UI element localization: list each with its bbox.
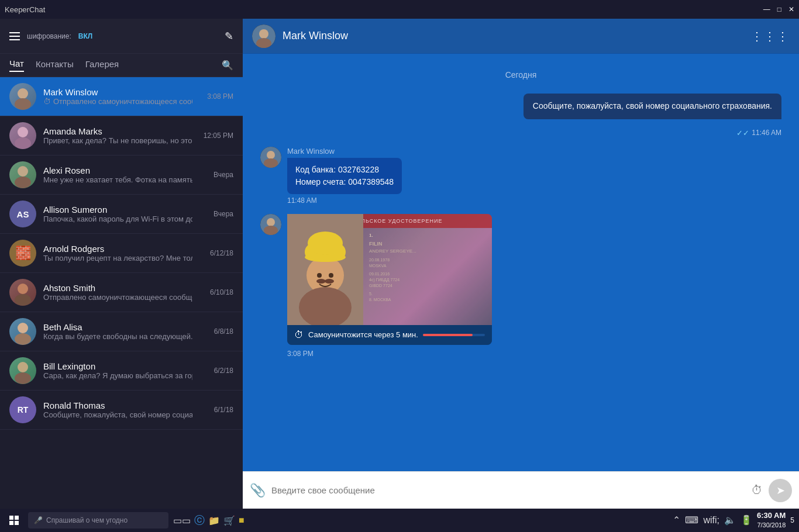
progress-bar-fill — [423, 334, 473, 336]
more-options-button[interactable]: ⋮⋮⋮ — [751, 29, 790, 43]
hamburger-menu[interactable] — [9, 32, 20, 40]
attach-button[interactable]: 📎 — [250, 483, 266, 498]
chat-preview: Когда вы будете свободны на следующей... — [43, 332, 192, 341]
avatar-ahston-smith — [9, 279, 36, 306]
svg-point-11 — [15, 372, 31, 384]
svg-point-4 — [18, 166, 28, 177]
message-time-2: 11:48 AM — [287, 196, 402, 205]
message-time-1: 11:46 AM — [752, 129, 781, 137]
search-icon[interactable]: 🔍 — [222, 60, 233, 71]
chat-item-beth-alisa[interactable]: Beth Alisa Когда вы будете свободны на с… — [0, 312, 243, 351]
chat-meta: 6/12/18 — [192, 249, 233, 257]
chat-item-amanda-marks[interactable]: Amanda Marks Привет, как дела? Ты не пов… — [0, 116, 243, 156]
self-destruct-icon: ⏱ — [43, 97, 51, 106]
keeperchat-taskbar-icon[interactable]: ■ — [239, 515, 244, 526]
chat-preview: ⏱ Отправлено самоуничтожающееся сообщени… — [43, 97, 192, 106]
sidebar: шифрование: ВКЛ ✎ Чат Контакты Галерея 🔍… — [0, 19, 243, 509]
svg-point-27 — [317, 273, 322, 278]
svg-point-7 — [15, 294, 31, 306]
date-divider: Сегодня — [260, 70, 781, 80]
chevron-up-icon[interactable]: ⌃ — [673, 514, 680, 526]
keyboard-icon[interactable]: ⌨ — [685, 514, 698, 526]
volume-icon[interactable]: 🔈 — [724, 514, 736, 526]
read-receipt-icon: ✓✓ — [736, 129, 749, 137]
message-input[interactable] — [271, 485, 745, 495]
chat-header-name: Mark Winslow — [283, 30, 751, 42]
chat-item-arnold-rodgers[interactable]: 🧱 Arnold Rodgers Ты получил рецепт на ле… — [0, 234, 243, 273]
svg-point-3 — [15, 137, 31, 149]
chat-header-avatar — [252, 25, 275, 48]
id-card-image: ВОДИТЕЛЬСКОЕ УДОСТОВЕРЕНИЕ — [287, 214, 492, 325]
id-card-text-area: 1. FILIN ANDREY SERGEYE... 20.08.1978 MO… — [363, 228, 492, 325]
message-line-2: Номер счета: 0047389548 — [295, 176, 394, 188]
tab-gallery[interactable]: Галерея — [85, 59, 119, 71]
message-bubble-2: Код банка: 032763228 Номер счета: 004738… — [287, 158, 402, 194]
chat-name: Allison Sumeron — [43, 205, 192, 215]
store-icon[interactable]: 🛒 — [223, 515, 235, 526]
send-button[interactable]: ➤ — [769, 479, 792, 502]
chat-item-ahston-smith[interactable]: Ahston Smith Отправлено самоуничтожающее… — [0, 273, 243, 312]
encryption-label: шифрование: — [27, 32, 71, 40]
svg-point-19 — [267, 218, 275, 226]
avatar-arnold-rodgers: 🧱 — [9, 240, 36, 267]
file-explorer-icon[interactable]: 📁 — [208, 515, 220, 526]
window-controls: — □ ✕ — [763, 5, 794, 13]
svg-point-5 — [15, 177, 31, 188]
chat-info-ronald-thomas: Ronald Thomas Сообщите, пожалуйста, свой… — [43, 400, 192, 419]
chat-preview: Сара, как дела? Я думаю выбраться за гор… — [43, 371, 192, 380]
input-area: 📎 ⏱ ➤ — [243, 471, 799, 509]
taskbar-left: 🎤 Спрашивай о чем угодно — [5, 511, 168, 530]
chat-time: 6/12/18 — [210, 249, 233, 257]
clock-date: 7/30/2018 — [757, 521, 786, 530]
chat-item-alexi-rosen[interactable]: Alexi Rosen Мне уже не хватает тебя. Фот… — [0, 156, 243, 195]
chat-meta: Вчера — [192, 210, 233, 218]
close-button[interactable]: ✕ — [788, 5, 794, 13]
chat-list: Mark Winslow ⏱ Отправлено самоуничтожающ… — [0, 77, 243, 509]
message-line-1: Код банка: 032763228 — [295, 164, 394, 176]
task-view-icon[interactable]: ▭▭ — [173, 515, 191, 526]
tab-chat[interactable]: Чат — [9, 58, 24, 72]
chat-name: Arnold Rodgers — [43, 244, 192, 254]
minimize-button[interactable]: — — [763, 5, 770, 13]
maximize-button[interactable]: □ — [777, 5, 781, 13]
messages-container: Сегодня Сообщите, пожалуйста, свой номер… — [243, 54, 799, 471]
svg-point-16 — [267, 151, 275, 159]
timer-icon: ⏱ — [294, 330, 304, 340]
chat-time: 6/1/18 — [214, 406, 233, 414]
chat-meta: 6/8/18 — [192, 327, 233, 336]
chat-item-mark-winslow[interactable]: Mark Winslow ⏱ Отправлено самоуничтожающ… — [0, 77, 243, 116]
chat-info-bill-lexington: Bill Lexington Сара, как дела? Я думаю в… — [43, 361, 192, 380]
chat-item-bill-lexington[interactable]: Bill Lexington Сара, как дела? Я думаю в… — [0, 351, 243, 391]
taskbar-clock: 6:30 AM 7/30/2018 — [757, 510, 786, 530]
self-destruct-timer-button[interactable]: ⏱ — [751, 483, 763, 497]
send-icon: ➤ — [776, 484, 785, 497]
chat-info-beth-alisa: Beth Alisa Когда вы будете свободны на с… — [43, 322, 192, 341]
chat-item-allison-sumeron[interactable]: AS Allison Sumeron Папочка, какой пароль… — [0, 195, 243, 234]
svg-point-1 — [15, 98, 31, 110]
chat-name: Mark Winslow — [43, 87, 192, 97]
message-sender-2: Mark Winslow — [287, 147, 402, 156]
svg-point-13 — [259, 29, 268, 39]
svg-point-26 — [308, 232, 343, 255]
chat-name: Amanda Marks — [43, 126, 192, 136]
compose-button[interactable]: ✎ — [225, 30, 233, 43]
message-incoming-3: ВОДИТЕЛЬСКОЕ УДОСТОВЕРЕНИЕ — [260, 214, 781, 358]
chat-info-amanda-marks: Amanda Marks Привет, как дела? Ты не пов… — [43, 126, 192, 145]
svg-point-20 — [264, 226, 278, 235]
chat-time: Вчера — [213, 171, 233, 179]
cortana-bar[interactable]: 🎤 Спрашивай о чем угодно — [28, 512, 168, 528]
taskbar: 🎤 Спрашивай о чем угодно ▭▭ ⓒ 📁 🛒 ■ ⌃ ⌨ … — [0, 509, 799, 532]
chat-item-ronald-thomas[interactable]: RT Ronald Thomas Сообщите, пожалуйста, с… — [0, 391, 243, 430]
chat-time: 6/2/18 — [214, 367, 233, 375]
network-icon[interactable]: wifi; — [703, 515, 719, 526]
edge-icon[interactable]: ⓒ — [194, 513, 205, 527]
clock-time: 6:30 AM — [757, 510, 786, 521]
chat-preview: Отправлено самоуничтожающееся сообщен... — [43, 293, 192, 302]
chat-meta: 6/2/18 — [192, 367, 233, 375]
progress-bar — [423, 334, 485, 336]
self-destruct-bar: ⏱ Самоуничтожится через 5 мин. — [287, 325, 492, 345]
start-button[interactable] — [5, 511, 23, 530]
notification-badge[interactable]: 5 — [790, 516, 794, 524]
sidebar-header: шифрование: ВКЛ ✎ — [0, 19, 243, 54]
tab-contacts[interactable]: Контакты — [36, 59, 74, 71]
